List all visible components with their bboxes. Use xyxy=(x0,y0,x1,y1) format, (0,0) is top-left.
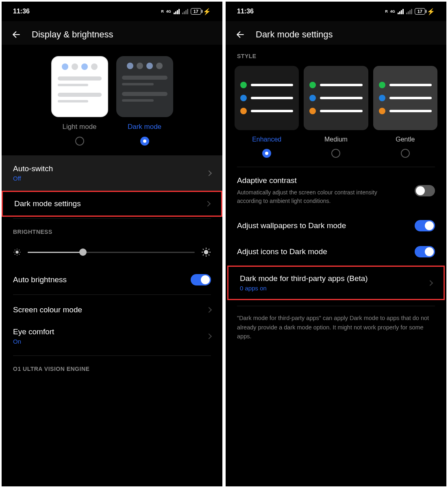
status-right: R 4G 17 ⚡ xyxy=(385,8,435,15)
brightness-slider-row xyxy=(2,237,222,267)
svg-point-0 xyxy=(16,251,19,254)
svg-line-14 xyxy=(203,249,204,250)
dark-label: Dark mode xyxy=(128,123,161,131)
enhanced-preview xyxy=(235,66,299,130)
signal-icon xyxy=(398,9,404,14)
light-radio[interactable] xyxy=(75,137,84,146)
svg-line-7 xyxy=(15,254,15,255)
medium-preview xyxy=(304,66,368,130)
adaptive-toggle[interactable] xyxy=(415,185,435,196)
network-type: 4G xyxy=(390,10,395,13)
svg-line-15 xyxy=(209,255,209,255)
status-bar: 11:36 R 4G 17 ⚡ xyxy=(2,2,222,21)
auto-brightness-row[interactable]: Auto brightness xyxy=(2,267,222,293)
auto-switch-title: Auto-switch xyxy=(13,164,53,173)
medium-label: Medium xyxy=(324,136,348,143)
dark-settings-title: Dark mode settings xyxy=(14,199,81,208)
auto-switch-value: Off xyxy=(13,175,53,182)
adaptive-contrast-row[interactable]: Adaptive contrast Automatically adjust t… xyxy=(226,169,446,213)
medium-radio[interactable] xyxy=(331,149,340,158)
clock: 11:36 xyxy=(13,8,30,15)
svg-line-8 xyxy=(19,250,20,250)
dark-mode-settings-row[interactable]: Dark mode settings xyxy=(2,191,222,217)
third-party-title: Dark mode for third-party apps (Beta) xyxy=(240,274,368,283)
svg-line-5 xyxy=(15,250,15,250)
svg-point-9 xyxy=(204,250,208,254)
third-party-value: 0 apps on xyxy=(240,285,368,292)
charging-icon: ⚡ xyxy=(203,8,211,15)
signal-icon-2 xyxy=(406,9,412,14)
auto-switch-row[interactable]: Auto-switch Off xyxy=(2,155,222,191)
charging-icon: ⚡ xyxy=(427,8,435,15)
enhanced-label: Enhanced xyxy=(252,136,281,143)
adjust-wallpapers-row[interactable]: Adjust wallpapers to Dark mode xyxy=(226,213,446,239)
brightness-slider[interactable] xyxy=(28,252,195,253)
adjust-icons-toggle[interactable] xyxy=(415,246,435,257)
chevron-right-icon xyxy=(427,280,433,286)
page-title: Display & brightness xyxy=(32,29,113,40)
adjust-wallpapers-toggle[interactable] xyxy=(415,220,435,231)
third-party-apps-row[interactable]: Dark mode for third-party apps (Beta) 0 … xyxy=(227,266,445,300)
divider xyxy=(237,167,435,167)
divider xyxy=(237,306,435,306)
dark-radio[interactable] xyxy=(140,137,149,146)
screen-colour-title: Screen colour mode xyxy=(13,305,82,314)
svg-line-16 xyxy=(203,255,204,255)
status-bar: 11:36 R 4G 17 ⚡ xyxy=(226,2,446,21)
gentle-radio[interactable] xyxy=(401,149,410,158)
footer-info: "Dark mode for third-party apps" can app… xyxy=(226,308,446,346)
eye-comfort-row[interactable]: Eye comfort On xyxy=(2,323,222,354)
network-type: 4G xyxy=(166,10,171,13)
chevron-right-icon xyxy=(206,307,212,313)
dark-mode-option[interactable]: Dark mode xyxy=(116,56,173,146)
brightness-header: BRIGHTNESS xyxy=(2,220,222,237)
svg-line-17 xyxy=(209,249,209,250)
phone-right: 11:36 R 4G 17 ⚡ Dark mode settings STYLE… xyxy=(226,2,446,486)
eye-comfort-value: On xyxy=(13,338,54,345)
adaptive-desc: Automatically adjust the screen colour c… xyxy=(237,188,391,205)
divider xyxy=(13,294,211,295)
style-enhanced[interactable]: Enhanced xyxy=(235,66,299,158)
header: Display & brightness xyxy=(2,21,222,45)
light-preview xyxy=(51,56,108,117)
style-grid: Enhanced Medium Gentle xyxy=(226,62,446,165)
page-title: Dark mode settings xyxy=(256,29,333,40)
chevron-right-icon xyxy=(206,170,212,176)
divider xyxy=(13,218,211,219)
mode-chooser: Light mode Dark mode xyxy=(2,45,222,155)
gentle-label: Gentle xyxy=(396,136,415,143)
adjust-icons-title: Adjust icons to Dark mode xyxy=(237,247,327,256)
network-sub: R xyxy=(385,10,388,13)
sun-small-icon xyxy=(13,248,21,256)
clock: 11:36 xyxy=(237,8,254,15)
screen-colour-row[interactable]: Screen colour mode xyxy=(2,296,222,323)
auto-brightness-title: Auto brightness xyxy=(13,275,67,284)
signal-icon-2 xyxy=(182,9,188,14)
sun-large-icon xyxy=(201,247,211,257)
chevron-right-icon xyxy=(206,333,212,339)
back-icon[interactable] xyxy=(11,29,22,40)
svg-line-6 xyxy=(19,254,20,255)
back-icon[interactable] xyxy=(235,29,246,40)
battery-icon: 17 xyxy=(191,8,201,15)
divider xyxy=(13,355,211,356)
light-mode-option[interactable]: Light mode xyxy=(51,56,108,146)
battery-icon: 17 xyxy=(415,8,425,15)
style-gentle[interactable]: Gentle xyxy=(373,66,437,158)
chevron-right-icon xyxy=(205,201,211,207)
eye-comfort-title: Eye comfort xyxy=(13,327,54,336)
enhanced-radio[interactable] xyxy=(262,149,271,158)
light-label: Light mode xyxy=(62,123,96,131)
status-right: R 4G 17 ⚡ xyxy=(161,8,211,15)
adjust-wallpapers-title: Adjust wallpapers to Dark mode xyxy=(237,221,346,230)
signal-icon xyxy=(174,9,180,14)
style-medium[interactable]: Medium xyxy=(304,66,368,158)
style-header: STYLE xyxy=(226,45,446,62)
adaptive-title: Adaptive contrast xyxy=(237,176,391,185)
adjust-icons-row[interactable]: Adjust icons to Dark mode xyxy=(226,239,446,265)
gentle-preview xyxy=(373,66,437,130)
header: Dark mode settings xyxy=(226,21,446,45)
dark-preview xyxy=(116,56,173,117)
network-sub: R xyxy=(161,10,164,13)
auto-brightness-toggle[interactable] xyxy=(191,274,211,285)
